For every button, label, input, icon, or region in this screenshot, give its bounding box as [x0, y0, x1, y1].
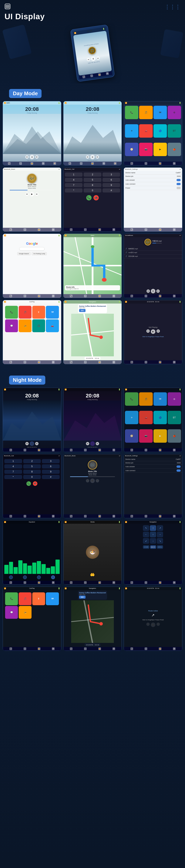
day-music-prev[interactable]: ⏮	[25, 192, 29, 196]
nav-down-right[interactable]: ↘	[157, 538, 163, 544]
night-cp-podcast[interactable]: 🎙	[32, 592, 45, 605]
social-track-3[interactable]: 🎵 音乐名称.mp3	[124, 254, 182, 258]
np-next[interactable]: ⏭	[157, 329, 160, 333]
nav-center[interactable]: ○	[150, 532, 156, 537]
night-key-6[interactable]: 6	[42, 464, 60, 468]
night-route-next[interactable]: ⏭	[157, 623, 160, 626]
eq-knob-3[interactable]	[37, 576, 41, 579]
key-0[interactable]: 0	[84, 188, 101, 192]
hero-prev-btn[interactable]: ⏮	[86, 58, 90, 61]
go-button[interactable]: GO	[79, 309, 85, 312]
google-lucky-btn[interactable]: I'm Feeling Lucky	[32, 252, 47, 255]
night-h2-play[interactable]: ⏸	[90, 441, 95, 446]
hero-bb-3[interactable]: 📻	[98, 73, 101, 76]
night-key-9[interactable]: 9	[42, 470, 60, 474]
night-cp-phone[interactable]: 📞	[5, 592, 18, 605]
auto-connect-toggle[interactable]	[177, 183, 181, 185]
social-track-1[interactable]: 🎵 格林童话.mp3	[124, 247, 182, 251]
night-key-hash[interactable]: #	[42, 475, 60, 479]
night-h1-play[interactable]: ⏸	[30, 441, 34, 446]
cp-music[interactable]: 🎵	[19, 306, 31, 319]
night-cp-podcast2[interactable]: 📻	[19, 606, 31, 619]
night-app-nav[interactable]: 🧭	[125, 429, 138, 443]
app-waze[interactable]: 🚗	[139, 124, 153, 137]
cp-spotify[interactable]: 🎧	[32, 319, 45, 332]
call-accept-btn[interactable]: 📞	[86, 195, 91, 200]
google-search-btn[interactable]: Google Search	[17, 252, 31, 255]
eq-knob-1[interactable]	[9, 576, 13, 579]
app-phone[interactable]: 📞	[125, 106, 138, 119]
night-key-7[interactable]: 7	[4, 470, 22, 474]
night-key-5[interactable]: 5	[23, 464, 41, 468]
day-h1-prev[interactable]: ⏮	[25, 155, 29, 159]
app-music[interactable]: 🎵	[139, 106, 153, 119]
app-video[interactable]: ▶	[154, 143, 167, 156]
night-app-bt[interactable]: 🔵	[154, 411, 167, 424]
night-app-carplay[interactable]: 🍎	[168, 429, 181, 443]
google-search-bar[interactable]	[19, 247, 45, 251]
power-toggle[interactable]	[177, 187, 181, 189]
nav-down-left[interactable]: ↙	[143, 538, 149, 544]
night-key-4[interactable]: 4	[4, 464, 22, 468]
hero-bb-2[interactable]: 🎵	[90, 74, 93, 77]
cp-podcast[interactable]: 🎙	[32, 306, 45, 319]
eq-knob-2[interactable]	[23, 576, 27, 579]
cp-messages[interactable]: 💬	[5, 319, 18, 332]
night-key-1[interactable]: 1	[4, 459, 22, 463]
cp-waze[interactable]: 🚗	[46, 319, 59, 332]
nav-up-left[interactable]: ↖	[143, 525, 149, 531]
key-3[interactable]: 3	[103, 173, 120, 177]
key-5[interactable]: 5	[84, 178, 101, 182]
nav-left[interactable]: ←	[143, 532, 149, 537]
nav-up-right[interactable]: ↗	[157, 525, 163, 531]
auto-answer-toggle[interactable]	[177, 179, 181, 181]
key-7[interactable]: 7	[65, 183, 83, 187]
key-8[interactable]: 8	[84, 183, 101, 187]
nav-up[interactable]: ↑	[150, 525, 156, 531]
app-settings[interactable]: ⚙	[168, 106, 181, 119]
night-route-play[interactable]: ▶	[151, 623, 155, 627]
nav-right[interactable]: →	[157, 532, 163, 537]
hamburger-icon[interactable]	[4, 3, 10, 10]
app-bt2[interactable]: BT	[168, 124, 181, 137]
day-h1-next[interactable]: ⏭	[35, 155, 38, 159]
social-track-2[interactable]: 🎵 xxx音乐.mp3	[124, 251, 182, 254]
night-cp-messages[interactable]: 💬	[5, 606, 18, 619]
key-hash[interactable]: #	[103, 188, 120, 192]
night-app-media[interactable]: 📷	[139, 429, 153, 443]
night-key-0[interactable]: 0	[23, 475, 41, 479]
hero-next-btn[interactable]: ⏭	[96, 56, 100, 60]
night-auto-connect-toggle[interactable]	[177, 469, 181, 472]
night-auto-answer-toggle[interactable]	[177, 465, 181, 468]
app-nav[interactable]: 🧭	[125, 143, 138, 156]
day-h2-play[interactable]: ⏸	[90, 155, 95, 159]
np-prev[interactable]: ⏮	[146, 329, 150, 333]
night-app-phone[interactable]: 📞	[125, 392, 138, 406]
night-call-accept[interactable]: 📞	[26, 481, 31, 486]
night-h2-prev[interactable]: ⏮	[86, 442, 89, 445]
night-cp-music[interactable]: 🎵	[19, 592, 31, 605]
night-app-maps[interactable]: 🗺	[154, 392, 167, 406]
hero-play-btn[interactable]: ⏸	[91, 56, 96, 61]
nav-back-btn[interactable]: BACK	[150, 545, 156, 549]
day-music-next[interactable]: ⏭	[35, 192, 38, 196]
day-music-play[interactable]: ▶	[30, 192, 34, 196]
night-key-star[interactable]: *	[4, 475, 22, 479]
np-play[interactable]: ▶	[151, 329, 155, 334]
night-music-play[interactable]: ▶	[90, 478, 95, 483]
app-media[interactable]: 📷	[139, 143, 153, 156]
hero-bb-4[interactable]: ⚙	[106, 72, 109, 75]
nav-dots-icon[interactable]: ⋮⋮⋮	[165, 4, 181, 10]
eq-knob-4[interactable]	[51, 576, 55, 579]
social-next[interactable]: ⏭	[156, 289, 160, 293]
night-key-3[interactable]: 3	[42, 459, 60, 463]
key-9[interactable]: 9	[103, 183, 120, 187]
night-route-prev[interactable]: ⏮	[146, 623, 150, 626]
night-h1-next[interactable]: ⏭	[35, 442, 38, 445]
key-star[interactable]: *	[65, 188, 83, 192]
key-4[interactable]: 4	[65, 178, 83, 182]
night-call-end[interactable]: 📵	[33, 481, 37, 486]
day-h2-next[interactable]: ⏭	[96, 155, 99, 159]
night-go-btn[interactable]: GO	[79, 596, 85, 598]
key-1[interactable]: 1	[65, 173, 83, 177]
